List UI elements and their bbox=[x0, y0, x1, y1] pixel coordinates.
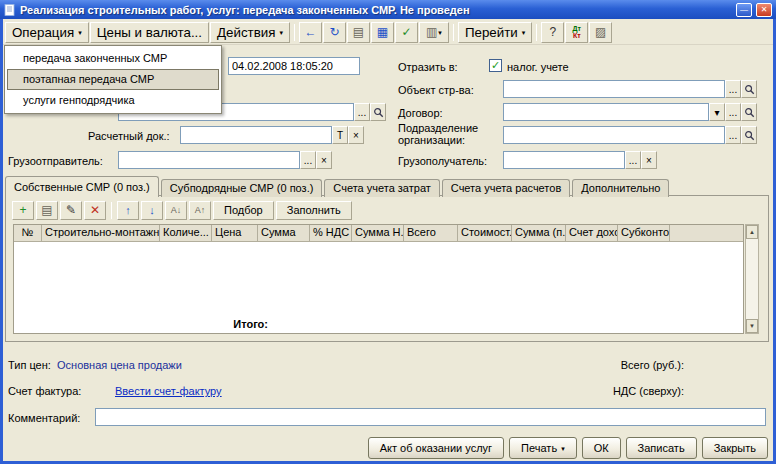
grid-header-row: № Строительно-монтажна... Количе... Цена… bbox=[14, 225, 743, 242]
obscured-field-lookup-button[interactable] bbox=[370, 103, 386, 121]
pick-button[interactable]: Подбор bbox=[213, 201, 274, 220]
close-button[interactable]: ✕ bbox=[756, 3, 772, 17]
post-icon: ✓ bbox=[401, 26, 411, 38]
date-input[interactable] bbox=[228, 57, 360, 75]
grid-toolbar-separator bbox=[111, 202, 112, 219]
close-button-bottom[interactable]: Закрыть bbox=[702, 437, 768, 459]
menu-item-transfer-completed-smr[interactable]: передача законченных СМР bbox=[7, 48, 219, 69]
refresh-icon: ↻ bbox=[329, 26, 339, 38]
close-label: Закрыть bbox=[714, 442, 756, 454]
obscured-field-ellipsis-button[interactable]: ... bbox=[354, 103, 370, 121]
move-up-button[interactable]: ↑ bbox=[117, 201, 139, 220]
act-button[interactable]: Акт об оказании услуг bbox=[368, 437, 504, 459]
scroll-up-button[interactable]: ▲ bbox=[746, 225, 758, 239]
contract-input[interactable] bbox=[503, 103, 709, 121]
print-button[interactable]: Печать▾ bbox=[509, 437, 577, 459]
contract-lookup-button[interactable] bbox=[741, 103, 757, 121]
construction-object-lookup-button[interactable] bbox=[741, 80, 757, 98]
settlement-doc-clear-button[interactable]: × bbox=[348, 126, 364, 144]
delete-row-button[interactable]: ✕ bbox=[84, 201, 106, 220]
department-input[interactable] bbox=[503, 126, 725, 144]
scroll-track[interactable] bbox=[746, 239, 758, 319]
column-header-number[interactable]: № bbox=[14, 225, 42, 241]
consignor-clear-button[interactable]: × bbox=[316, 151, 332, 169]
contract-combo-button[interactable]: ▾ bbox=[709, 103, 725, 121]
toolbar-separator bbox=[453, 24, 454, 41]
tab-cost-accounts[interactable]: Счета учета затрат bbox=[324, 179, 439, 197]
app-window: Реализация строительных работ, услуг: пе… bbox=[0, 0, 776, 464]
grid-body[interactable] bbox=[14, 242, 743, 317]
column-header-total[interactable]: Всего bbox=[404, 225, 458, 241]
department-ellipsis-button[interactable]: ... bbox=[725, 126, 741, 144]
column-header-sum-p[interactable]: Сумма (п... bbox=[512, 225, 566, 241]
back-button[interactable]: ← bbox=[299, 22, 322, 43]
fill-button[interactable]: Заполнить bbox=[276, 201, 352, 220]
department-lookup-button[interactable] bbox=[741, 126, 757, 144]
report-button[interactable]: ▨ bbox=[589, 22, 612, 43]
arrow-up-icon: ↑ bbox=[125, 205, 131, 216]
sort-asc-button[interactable]: А↓ bbox=[165, 201, 187, 220]
column-header-income-account[interactable]: Счет дохо... bbox=[566, 225, 618, 241]
tax-accounting-label: налог. учете bbox=[507, 61, 569, 74]
column-header-vat-percent[interactable]: % НДС bbox=[310, 225, 352, 241]
menu-item-general-contractor-services[interactable]: услуги генподрядчика bbox=[7, 90, 219, 111]
credit-label: Кт bbox=[573, 32, 581, 39]
add-icon: + bbox=[19, 204, 26, 216]
tab-own-smr[interactable]: Собственные СМР (0 поз.) bbox=[5, 176, 159, 197]
enter-invoice-link[interactable]: Ввести счет-фактуру bbox=[115, 385, 222, 398]
tab-settlement-accounts[interactable]: Счета учета расчетов bbox=[442, 179, 570, 197]
settlement-doc-input[interactable] bbox=[180, 126, 332, 144]
construction-object-input[interactable] bbox=[503, 80, 725, 98]
minimize-button[interactable]: — bbox=[736, 3, 752, 17]
movements-icon: ▥ bbox=[426, 26, 437, 38]
price-type-value[interactable]: Основная цена продажи bbox=[57, 359, 182, 372]
dtkt-button[interactable]: ДтКт bbox=[565, 22, 588, 43]
prices-currency-button[interactable]: Цены и валюта... bbox=[90, 22, 209, 43]
column-header-cost[interactable]: Стоимост... bbox=[458, 225, 512, 241]
column-header-price[interactable]: Цена bbox=[212, 225, 258, 241]
goto-menu-button[interactable]: Перейти▾ bbox=[458, 22, 532, 43]
titlebar[interactable]: Реализация строительных работ, услуг: пе… bbox=[0, 0, 776, 19]
copy-button[interactable]: ▤ bbox=[347, 22, 370, 43]
grid-vertical-scrollbar[interactable]: ▲ ▼ bbox=[745, 224, 759, 334]
consignee-label: Грузополучатель: bbox=[398, 155, 487, 168]
settlement-doc-type-button[interactable]: Т bbox=[332, 126, 348, 144]
save-button[interactable]: Записать bbox=[626, 437, 697, 459]
sort-asc-icon: А↓ bbox=[171, 206, 182, 215]
add-row-button[interactable]: + bbox=[12, 201, 34, 220]
help-button[interactable]: ? bbox=[541, 22, 564, 43]
consignee-clear-button[interactable]: × bbox=[641, 151, 657, 169]
movements-button[interactable]: ▥▾ bbox=[419, 22, 449, 43]
menu-item-staged-transfer-smr[interactable]: поэтапная передача СМР bbox=[7, 69, 219, 90]
edit-row-button[interactable]: ✎ bbox=[60, 201, 82, 220]
tab-subcontract-smr[interactable]: Субподрядные СМР (0 поз.) bbox=[161, 179, 323, 197]
move-down-button[interactable]: ↓ bbox=[141, 201, 163, 220]
column-header-work[interactable]: Строительно-монтажна... bbox=[42, 225, 160, 241]
consignee-ellipsis-button[interactable]: ... bbox=[625, 151, 641, 169]
sort-desc-button[interactable]: А↑ bbox=[189, 201, 211, 220]
column-header-sum[interactable]: Сумма bbox=[258, 225, 310, 241]
operation-menu-button[interactable]: Операция▾ bbox=[5, 22, 89, 43]
reread-button[interactable]: ↻ bbox=[323, 22, 346, 43]
consignor-ellipsis-button[interactable]: ... bbox=[300, 151, 316, 169]
structure-button[interactable]: ▦ bbox=[371, 22, 394, 43]
consignor-input[interactable] bbox=[118, 151, 300, 169]
scroll-down-button[interactable]: ▼ bbox=[746, 319, 758, 333]
post-button[interactable]: ✓ bbox=[395, 22, 418, 43]
column-header-quantity[interactable]: Количе... bbox=[160, 225, 212, 241]
ok-button[interactable]: ОК bbox=[582, 437, 621, 459]
tab-additional[interactable]: Дополнительно bbox=[572, 179, 669, 197]
consignee-input[interactable] bbox=[503, 151, 625, 169]
contract-ellipsis-button[interactable]: ... bbox=[725, 103, 741, 121]
grid-toolbar: + ▤ ✎ ✕ ↑ ↓ А↓ А↑ Подбор Заполнить bbox=[12, 200, 352, 220]
column-header-vat-sum[interactable]: Сумма Н... bbox=[352, 225, 404, 241]
tax-accounting-checkbox[interactable]: ✓ bbox=[489, 59, 502, 72]
copy-row-button[interactable]: ▤ bbox=[36, 201, 58, 220]
copy-icon: ▤ bbox=[41, 204, 52, 216]
actions-menu-button[interactable]: Действия▾ bbox=[210, 22, 290, 43]
comment-input[interactable] bbox=[95, 408, 766, 426]
construction-object-ellipsis-button[interactable]: ... bbox=[725, 80, 741, 98]
column-header-subconto[interactable]: Субконто... bbox=[618, 225, 670, 241]
reflect-in-label: Отразить в: bbox=[398, 61, 458, 74]
magnifier-icon bbox=[744, 107, 755, 118]
